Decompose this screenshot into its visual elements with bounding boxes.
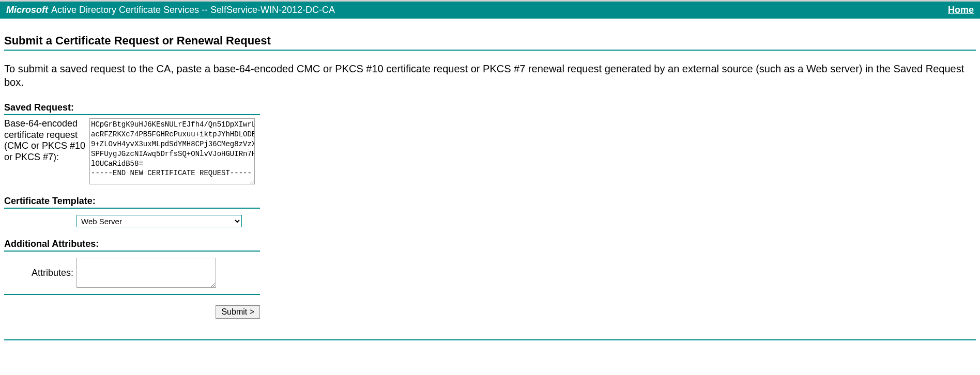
page-bottom-divider: [4, 339, 976, 340]
header-bar: Microsoft Active Directory Certificate S…: [0, 0, 980, 19]
certificate-template-select[interactable]: Web Server: [76, 215, 242, 227]
header-title-group: Microsoft Active Directory Certificate S…: [6, 5, 335, 15]
additional-attributes-section: Additional Attributes: Attributes:: [4, 239, 260, 295]
attributes-bottom-divider: [4, 294, 260, 295]
certificate-template-section: Certificate Template: Web Server: [4, 196, 260, 227]
attributes-field-label: Attributes:: [4, 268, 76, 278]
page-description: To submit a saved request to the CA, pas…: [4, 62, 976, 89]
saved-request-textarea[interactable]: [89, 118, 255, 184]
saved-request-section: Saved Request: Base-64-encoded certifica…: [4, 102, 260, 184]
attributes-textarea[interactable]: [76, 258, 216, 288]
submit-button[interactable]: Submit >: [216, 305, 260, 319]
additional-attributes-section-label: Additional Attributes:: [4, 239, 260, 252]
certificate-template-section-label: Certificate Template:: [4, 196, 260, 209]
saved-request-field-label: Base-64-encoded certificate request (CMC…: [4, 118, 89, 163]
saved-request-section-label: Saved Request:: [4, 102, 260, 115]
title-divider: [4, 50, 976, 51]
home-link[interactable]: Home: [948, 5, 974, 15]
header-service-title: Active Directory Certificate Services --…: [51, 5, 335, 15]
submit-row: Submit >: [4, 300, 260, 324]
page-title: Submit a Certificate Request or Renewal …: [4, 34, 976, 48]
brand-label: Microsoft: [6, 5, 48, 15]
